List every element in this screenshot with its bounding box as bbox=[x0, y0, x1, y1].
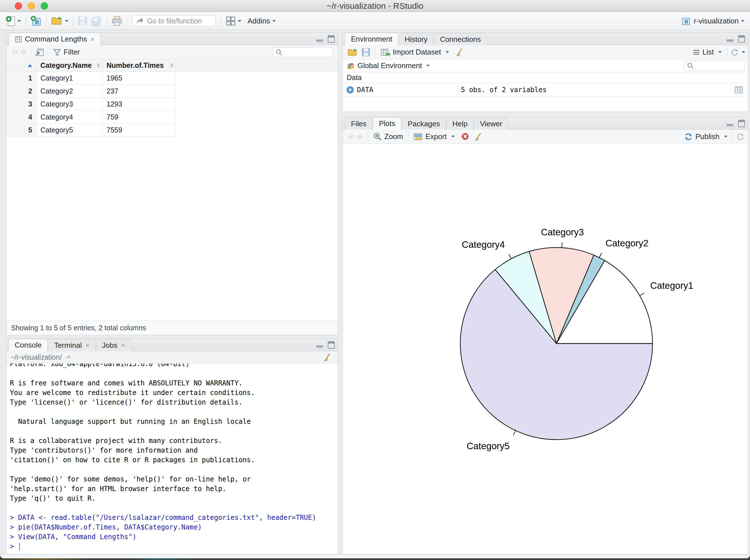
tab-terminal[interactable]: Terminal× bbox=[48, 339, 95, 351]
minimize-pane-icon[interactable] bbox=[316, 343, 323, 350]
new-project-icon: R bbox=[30, 15, 42, 26]
column-header-category-name[interactable]: Category.Name bbox=[37, 59, 103, 72]
rstudio-window: ~/r-visualization - RStudio R bbox=[0, 0, 750, 558]
filter-button[interactable]: Filter bbox=[51, 48, 82, 57]
table-row[interactable]: 1Category11965 bbox=[6, 72, 176, 85]
import-dataset-button[interactable]: Import Dataset bbox=[378, 48, 451, 57]
console-output-line bbox=[10, 503, 338, 513]
table-search-input[interactable] bbox=[282, 48, 331, 56]
print-button[interactable] bbox=[110, 14, 124, 28]
tab-history[interactable]: History bbox=[399, 33, 434, 45]
zoom-plot-button[interactable]: Zoom bbox=[371, 132, 405, 141]
clear-environment-icon[interactable] bbox=[455, 47, 464, 57]
new-file-button[interactable] bbox=[4, 14, 23, 28]
minimize-pane-icon[interactable] bbox=[726, 37, 734, 44]
close-tab-icon[interactable]: × bbox=[85, 342, 90, 349]
tab-files[interactable]: Files bbox=[345, 118, 372, 130]
tab-environment[interactable]: Environment bbox=[345, 33, 398, 45]
goto-file-input[interactable] bbox=[147, 17, 212, 25]
load-workspace-icon[interactable] bbox=[347, 48, 358, 57]
new-project-button[interactable]: R bbox=[28, 14, 43, 28]
table-cell: 1293 bbox=[103, 98, 176, 111]
svg-text:R: R bbox=[35, 19, 39, 25]
goto-directory-icon[interactable] bbox=[64, 354, 72, 361]
save-all-button[interactable] bbox=[89, 14, 104, 28]
close-tab-icon[interactable]: × bbox=[91, 36, 95, 43]
save-workspace-icon[interactable] bbox=[361, 48, 371, 57]
maximize-pane-icon[interactable] bbox=[738, 120, 745, 128]
column-header-number-of-times[interactable]: Number.of.Times bbox=[103, 59, 176, 72]
console-prompt[interactable]: > bbox=[10, 542, 338, 551]
environment-tabstrip: Environment History Connections bbox=[343, 33, 748, 45]
environment-object-row[interactable]: DATA 5 obs. of 2 variables bbox=[343, 83, 748, 97]
project-cube-icon: R bbox=[681, 16, 691, 26]
environment-scope-row: Global Environment bbox=[343, 59, 748, 72]
save-all-icon bbox=[91, 16, 102, 26]
pie-slice-label: Category1 bbox=[650, 280, 693, 291]
refresh-icon[interactable] bbox=[730, 48, 739, 57]
pane-layout-button[interactable] bbox=[224, 14, 243, 28]
export-plot-button[interactable]: Export bbox=[411, 132, 457, 141]
close-tab-icon[interactable]: × bbox=[121, 342, 125, 349]
forward-icon[interactable] bbox=[19, 48, 28, 57]
console-output-line: R is a collaborative project with many c… bbox=[10, 436, 338, 445]
refresh-plot-icon[interactable] bbox=[735, 132, 745, 141]
table-body: 1Category119652Category22373Category3129… bbox=[6, 72, 338, 137]
table-search[interactable] bbox=[273, 47, 333, 57]
tab-viewer[interactable]: Viewer bbox=[474, 118, 508, 130]
tab-jobs[interactable]: Jobs× bbox=[96, 339, 131, 351]
environment-search-input[interactable] bbox=[694, 62, 742, 70]
table-row[interactable]: 4Category4759 bbox=[6, 111, 176, 124]
tab-help[interactable]: Help bbox=[447, 118, 473, 130]
data-viewer-tabstrip: Command Lengths × bbox=[6, 33, 338, 45]
main-toolbar: R bbox=[0, 12, 750, 30]
maximize-pane-icon[interactable] bbox=[328, 341, 335, 350]
publish-button[interactable]: Publish bbox=[681, 132, 730, 141]
clear-all-plots-icon[interactable] bbox=[474, 132, 483, 142]
environment-search[interactable] bbox=[684, 61, 745, 71]
console-command: > DATA <- read.table("/Users/lsalazar/co… bbox=[10, 513, 338, 522]
project-menu-button[interactable]: R r-visualization bbox=[679, 14, 746, 28]
list-label: List bbox=[703, 48, 714, 57]
table-row[interactable]: 5Category57559 bbox=[6, 124, 176, 137]
table-cell: Category3 bbox=[37, 98, 103, 111]
addins-button[interactable]: Addins bbox=[246, 15, 277, 27]
environment-section-data: Data bbox=[343, 72, 748, 83]
global-environment-selector[interactable]: Global Environment bbox=[346, 61, 432, 70]
environment-pane: Environment History Connections Import D… bbox=[342, 33, 748, 112]
goto-file-search[interactable] bbox=[133, 15, 216, 26]
export-label: Export bbox=[425, 132, 447, 141]
view-table-icon[interactable] bbox=[734, 86, 743, 94]
table-row[interactable]: 2Category2237 bbox=[6, 85, 176, 98]
tab-plots[interactable]: Plots bbox=[373, 117, 401, 130]
minimize-pane-icon[interactable] bbox=[726, 121, 734, 128]
expand-object-icon[interactable] bbox=[346, 86, 354, 94]
remove-plot-icon[interactable] bbox=[461, 132, 470, 141]
pie-label-tick bbox=[640, 293, 644, 296]
tab-console[interactable]: Console bbox=[9, 339, 47, 351]
pie-slice-label: Category2 bbox=[605, 238, 648, 248]
tab-packages[interactable]: Packages bbox=[402, 118, 446, 130]
zoom-magnifier-icon bbox=[373, 132, 382, 141]
maximize-pane-icon[interactable] bbox=[328, 35, 335, 44]
next-plot-icon[interactable] bbox=[355, 133, 365, 141]
export-image-icon bbox=[413, 133, 423, 141]
list-view-button[interactable]: List bbox=[690, 48, 724, 57]
back-icon[interactable] bbox=[9, 48, 19, 57]
data-viewer-pane: Command Lengths × Filter bbox=[6, 33, 338, 335]
maximize-pane-icon[interactable] bbox=[738, 35, 745, 44]
row-number-header[interactable] bbox=[6, 59, 37, 72]
table-cell: Category5 bbox=[37, 124, 103, 137]
previous-plot-icon[interactable] bbox=[346, 133, 355, 141]
plot-area: Category1Category2Category3Category4Cate… bbox=[343, 144, 748, 554]
open-file-button[interactable] bbox=[49, 14, 70, 28]
minimize-pane-icon[interactable] bbox=[316, 37, 323, 44]
tab-command-lengths[interactable]: Command Lengths × bbox=[9, 33, 101, 45]
save-button[interactable] bbox=[76, 15, 89, 27]
clear-console-icon[interactable] bbox=[323, 353, 332, 362]
open-in-new-window-icon[interactable] bbox=[35, 48, 45, 57]
addins-label: Addins bbox=[248, 17, 270, 25]
tab-connections[interactable]: Connections bbox=[434, 33, 487, 45]
console-output[interactable]: Platform: x86_64-apple-darwin15.6.0 (64-… bbox=[6, 364, 338, 552]
table-row[interactable]: 3Category31293 bbox=[6, 98, 176, 111]
